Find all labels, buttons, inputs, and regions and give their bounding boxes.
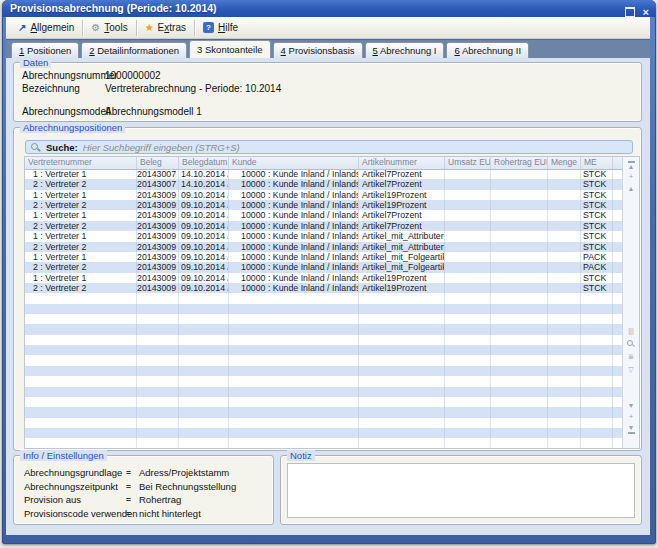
table-row-empty[interactable]	[25, 293, 623, 303]
column-header-Belegdatum[interactable]: Belegdatum	[179, 157, 229, 169]
cell	[137, 438, 179, 448]
cell: 09.10.2014 /Do	[179, 273, 229, 283]
menu-item-extras[interactable]: ★Extras	[137, 17, 194, 38]
cell: 20143009	[137, 231, 179, 241]
table-row[interactable]: 2 : Vertreter 22014300909.10.2014 /Do100…	[25, 200, 623, 210]
app-window: Provisionsabrechnung (Periode: 10.2014) …	[0, 0, 658, 548]
info-label: Provisionscode verwenden	[24, 508, 138, 519]
tab-1-positionen[interactable]: 1 Positionen	[11, 42, 79, 58]
tab-2-detailinformationen[interactable]: 2 Detailinformationen	[81, 42, 187, 58]
table-row-empty[interactable]	[25, 387, 623, 397]
cell	[179, 293, 229, 303]
cell: 2 : Vertreter 2	[25, 179, 137, 189]
cell	[581, 428, 613, 438]
tab-5-abrechnung-i[interactable]: 5 Abrechnung I	[365, 42, 445, 58]
cell	[581, 304, 613, 314]
cell	[137, 304, 179, 314]
table-row[interactable]: 2 : Vertreter 22014300714.10.2014 /Di100…	[25, 179, 623, 189]
table-row[interactable]: 2 : Vertreter 22014300909.10.2014 /Do100…	[25, 262, 623, 272]
cell	[445, 428, 491, 438]
table-row[interactable]: 1 : Vertreter 12014300714.10.2014 /Di100…	[25, 169, 623, 179]
table-row-empty[interactable]	[25, 438, 623, 448]
cell: 20143009	[137, 262, 179, 272]
tab-4-provisionsbasis[interactable]: 4 Provisionsbasis	[273, 42, 363, 58]
column-header-Vertreternummer[interactable]: Vertreternummer	[25, 157, 137, 169]
column-header-Umsatz EUR[interactable]: Umsatz EUR	[445, 157, 491, 169]
table-row[interactable]: 2 : Vertreter 22014300909.10.2014 /Do100…	[25, 283, 623, 293]
row-down-icon[interactable]: ▼	[623, 402, 639, 410]
cell: 1 : Vertreter 1	[25, 169, 137, 179]
cell	[445, 314, 491, 324]
table-row-empty[interactable]	[25, 324, 623, 334]
table-row[interactable]: 2 : Vertreter 22014300909.10.2014 /Do100…	[25, 242, 623, 252]
filter-icon[interactable]: ▽	[623, 366, 639, 374]
menu-item-tools[interactable]: ⚙Tools	[83, 17, 135, 38]
column-header-Kunde[interactable]: Kunde	[229, 157, 359, 169]
cell	[548, 169, 581, 179]
sort-icon[interactable]: ≣	[623, 353, 639, 361]
table-row-empty[interactable]	[25, 418, 623, 428]
table-row-empty[interactable]	[25, 314, 623, 324]
resize-columns-icon[interactable]: |||	[623, 327, 639, 335]
table-row-empty[interactable]	[25, 366, 623, 376]
cell	[445, 418, 491, 428]
table-row[interactable]: 1 : Vertreter 12014300909.10.2014 /Do100…	[25, 210, 623, 220]
info-label: Provision aus	[24, 494, 81, 505]
menu-item-allgemein[interactable]: ↗Allgemein	[10, 17, 82, 38]
cell	[359, 428, 445, 438]
tab-6-abrechnung-ii[interactable]: 6 Abrechnung II	[446, 42, 529, 58]
close-button[interactable]: ×	[643, 7, 649, 17]
field-bezeichnung: Bezeichnung Vertreterabrechnung - Period…	[22, 83, 633, 95]
column-header-Rohertrag EUR[interactable]: Rohertrag EUR	[491, 157, 548, 169]
table-row-empty[interactable]	[25, 345, 623, 355]
cell: STCK	[581, 210, 613, 220]
cell	[548, 273, 581, 283]
cell	[229, 324, 359, 334]
cell: 20143009	[137, 273, 179, 283]
table-row-empty[interactable]	[25, 376, 623, 386]
table-row-empty[interactable]	[25, 335, 623, 345]
search-grid-icon[interactable]	[627, 340, 635, 348]
cell	[229, 314, 359, 324]
cell	[548, 231, 581, 241]
cell: 20143009	[137, 190, 179, 200]
page-down-icon[interactable]: +	[623, 413, 639, 421]
column-header-Menge[interactable]: Menge	[548, 157, 581, 169]
table-row-empty[interactable]	[25, 304, 623, 314]
cell	[229, 304, 359, 314]
cell	[581, 293, 613, 303]
tab-3-skontoanteile[interactable]: 3 Skontoanteile	[189, 40, 271, 58]
cell: 1 : Vertreter 1	[25, 231, 137, 241]
search-input[interactable]: Suche: Hier Suchbegriff eingeben (STRG+S…	[25, 140, 633, 154]
content-area: Daten Abrechnungsnummer 1000000002 Bezei…	[6, 58, 650, 535]
column-header-Beleg[interactable]: Beleg	[137, 157, 179, 169]
notiz-textarea[interactable]	[287, 463, 635, 518]
cell: 09.10.2014 /Do	[179, 221, 229, 231]
cell	[445, 345, 491, 355]
table-row-empty[interactable]	[25, 428, 623, 438]
scroll-to-top-icon[interactable]: ▲	[623, 161, 639, 171]
scroll-to-bottom-icon[interactable]: ▼	[623, 424, 639, 434]
table-row[interactable]: 1 : Vertreter 12014300909.10.2014 /Do100…	[25, 252, 623, 262]
table-row[interactable]: 1 : Vertreter 12014300909.10.2014 /Do100…	[25, 231, 623, 241]
table-row[interactable]: 2 : Vertreter 22014300909.10.2014 /Do100…	[25, 221, 623, 231]
cell	[491, 438, 548, 448]
row-up-icon[interactable]: ▲	[623, 185, 639, 193]
table-row-empty[interactable]	[25, 355, 623, 365]
table-row-empty[interactable]	[25, 397, 623, 407]
cell: 09.10.2014 /Do	[179, 231, 229, 241]
table-row[interactable]: 1 : Vertreter 12014300909.10.2014 /Do100…	[25, 190, 623, 200]
grid-toolbar-strip: ▲+▲|||≣▽▼+▼	[622, 157, 639, 448]
cell	[491, 273, 548, 283]
table-row[interactable]: 1 : Vertreter 12014300909.10.2014 /Do100…	[25, 273, 623, 283]
page-up-icon[interactable]: +	[623, 173, 639, 181]
column-header-Artikelnummer[interactable]: Artikelnummer	[359, 157, 445, 169]
column-header-ME[interactable]: ME	[581, 157, 613, 169]
menu-item-hilfe[interactable]: ?Hilfe	[195, 17, 246, 38]
cell	[581, 345, 613, 355]
cell: 20143009	[137, 210, 179, 220]
cell: 20143009	[137, 242, 179, 252]
cell	[445, 438, 491, 448]
table-row-empty[interactable]	[25, 407, 623, 417]
cell: 14.10.2014 /Di	[179, 169, 229, 179]
